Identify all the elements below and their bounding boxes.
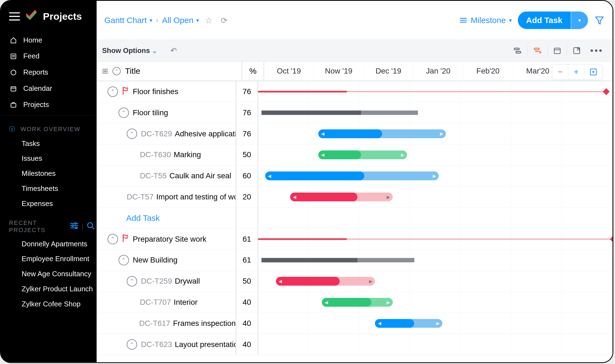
sidebar-item-tasks[interactable]: Tasks <box>1 136 97 151</box>
bar-handle-right-icon[interactable]: ▶ <box>440 131 443 136</box>
bar-handle-right-icon[interactable]: ▶ <box>387 194 390 200</box>
toolbar-icon-task-view[interactable] <box>508 45 527 56</box>
row-title-cell[interactable]: ⌃DC-T629Adhesive application <box>97 123 236 144</box>
breadcrumb-gantt-chart[interactable]: Gantt Chart ▾ <box>104 16 152 25</box>
task-title: Drywall <box>175 277 200 286</box>
bar-handle-left-icon[interactable]: ◀ <box>268 173 271 179</box>
recent-project-item[interactable]: New Age Consultancy <box>1 266 97 281</box>
collapse-all-icon[interactable]: ⌃ <box>113 67 121 75</box>
toolbar-icon-fullscreen[interactable] <box>567 45 586 56</box>
recent-project-item[interactable]: Zylker Cofee Shop <box>1 297 97 312</box>
bar-handle-right-icon[interactable]: ▶ <box>387 300 390 305</box>
sidebar-item-expenses[interactable]: Expenses <box>1 196 97 211</box>
milestone-bar[interactable] <box>258 239 613 240</box>
task-bar[interactable]: ◀▶ <box>265 171 439 180</box>
sidebar-item-timesheets[interactable]: Timesheets <box>1 181 97 196</box>
row-title-cell[interactable]: DC-T707Interior <box>97 292 236 313</box>
toolbar-icon-critical-path[interactable] <box>527 45 547 56</box>
collapse-toggle-icon[interactable]: ⌃ <box>119 108 129 118</box>
collapse-toggle-icon[interactable]: ⌃ <box>127 276 137 286</box>
show-options-button[interactable]: Show Options ⌄ <box>102 46 157 55</box>
filter-icon[interactable] <box>594 15 605 26</box>
add-task-dropdown[interactable]: ▾ <box>571 12 588 29</box>
row-title-cell[interactable]: Add Task <box>97 208 236 228</box>
bar-handle-left-icon[interactable]: ◀ <box>279 279 282 284</box>
zoom-fit-button[interactable] <box>584 64 602 79</box>
row-title-cell[interactable]: ⌃DC-T259Drywall <box>97 271 236 292</box>
row-percent <box>236 208 258 228</box>
bar-handle-left-icon[interactable]: ◀ <box>378 321 381 326</box>
month-header: Jan '20 <box>414 61 463 81</box>
sidebar-item-reports[interactable]: Reports <box>1 64 97 80</box>
row-title-cell[interactable]: DC-T57Import and testing of woo.. <box>97 187 236 207</box>
row-percent: 61 <box>236 250 258 271</box>
bar-handle-right-icon[interactable]: ▶ <box>401 152 404 157</box>
search-icon[interactable] <box>85 222 97 231</box>
task-title: Frames inspection <box>173 319 236 328</box>
task-bar[interactable]: ◀▶ <box>375 319 442 328</box>
row-title-cell[interactable]: ⌃Preparatory Site work <box>97 229 236 250</box>
collapse-toggle-icon[interactable]: ⌃ <box>127 339 137 350</box>
zoom-out-button[interactable]: − <box>552 64 568 79</box>
bar-handle-right-icon[interactable]: ▶ <box>433 173 436 179</box>
collapse-toggle-icon[interactable]: ⌃ <box>108 86 118 97</box>
refresh-icon[interactable]: ⟳ <box>218 15 230 25</box>
sidebar-item-home[interactable]: Home <box>1 32 97 48</box>
sidebar-item-label: Reports <box>23 68 48 77</box>
sidebar-item-projects[interactable]: Projects <box>1 97 97 113</box>
bar-handle-right-icon[interactable]: ▶ <box>369 279 372 284</box>
recent-project-item[interactable]: Donnelly Apartments <box>1 236 97 252</box>
task-bar[interactable]: ◀▶ <box>290 193 393 201</box>
undo-icon[interactable]: ↶ <box>170 46 177 55</box>
star-icon[interactable]: ☆ <box>203 15 215 25</box>
add-task-button[interactable]: Add Task ▾ <box>518 12 588 29</box>
sidebar-item-milestones[interactable]: Milestones <box>1 166 97 181</box>
task-bar[interactable]: ◀▶ <box>318 129 446 138</box>
gantt-row: ⌃New Building61 <box>97 250 613 271</box>
row-title-cell[interactable]: DC-T630Marking <box>97 145 236 165</box>
row-title-cell[interactable]: DC-T55Caulk and Air seal <box>97 165 236 186</box>
breadcrumb-all-open[interactable]: All Open ▾ <box>162 16 199 25</box>
inline-add-task-link[interactable]: Add Task <box>126 213 160 223</box>
column-percent-header[interactable]: % <box>242 61 264 81</box>
columns-icon[interactable]: ⊞ <box>102 67 108 75</box>
sidebar-item-feed[interactable]: Feed <box>1 48 97 64</box>
row-title-cell[interactable]: ⌃Floor finishes <box>97 81 236 102</box>
sidebar-item-calendar[interactable]: Calendar <box>1 80 97 97</box>
row-timeline <box>258 102 613 123</box>
summary-bar[interactable] <box>262 258 414 262</box>
row-title-cell[interactable]: ⌃New Building <box>97 250 236 271</box>
bar-handle-left-icon[interactable]: ◀ <box>293 194 296 200</box>
column-title-header[interactable]: Title <box>125 66 140 76</box>
summary-bar[interactable] <box>262 111 417 115</box>
menu-toggle-icon[interactable] <box>9 12 20 21</box>
zoom-in-button[interactable]: + <box>568 64 584 79</box>
recent-project-item[interactable]: Employee Enrollment <box>1 252 97 267</box>
more-icon[interactable]: ••• <box>586 45 607 56</box>
toolbar-icon-today[interactable] <box>547 45 567 56</box>
task-bar[interactable]: ◀▶ <box>276 277 375 286</box>
row-title-cell[interactable]: DC-T617Frames inspection <box>97 313 236 334</box>
bar-handle-left-icon[interactable]: ◀ <box>321 131 324 136</box>
task-bar[interactable]: ◀▶ <box>322 298 393 307</box>
bar-handle-right-icon[interactable]: ▶ <box>436 321 440 326</box>
milestone-dropdown[interactable]: Milestone ▾ <box>459 16 512 25</box>
sidebar-item-issues[interactable]: Issues <box>1 151 97 166</box>
milestone-flag-icon <box>122 234 128 244</box>
task-title: Marking <box>174 151 201 159</box>
settings-sliders-icon[interactable] <box>68 222 81 231</box>
collapse-toggle-icon[interactable]: ⌃ <box>127 129 137 139</box>
task-title: Import and testing of woo.. <box>156 193 236 201</box>
gantt-row: Add Task <box>97 208 613 229</box>
task-bar[interactable]: ◀▶ <box>318 151 407 159</box>
month-header: Now '19 <box>314 61 364 81</box>
bar-handle-left-icon[interactable]: ◀ <box>325 300 328 305</box>
sidebar-section-work-overview[interactable]: ⓥ WORK OVERVIEW <box>1 118 97 136</box>
collapse-toggle-icon[interactable]: ⌃ <box>119 255 129 266</box>
collapse-toggle-icon[interactable]: ⌃ <box>108 234 118 244</box>
bar-handle-left-icon[interactable]: ◀ <box>321 152 324 157</box>
row-title-cell[interactable]: ⌃DC-T623Layout presentation <box>97 334 236 355</box>
milestone-bar[interactable] <box>258 91 605 92</box>
recent-project-item[interactable]: Zylker Product Launch <box>1 281 97 297</box>
row-title-cell[interactable]: ⌃Floor tiling <box>97 102 236 123</box>
